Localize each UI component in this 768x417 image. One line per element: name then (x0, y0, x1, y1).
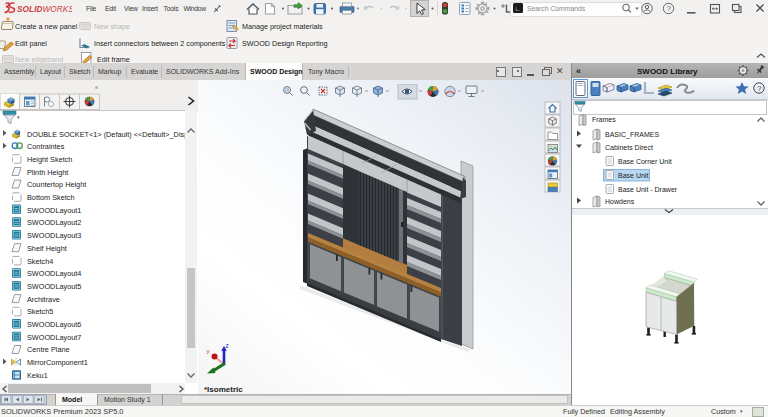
svg-text:SOLIDWORKS: SOLIDWORKS (17, 5, 72, 14)
svg-text:?: ? (757, 84, 762, 93)
svg-text:y: y (207, 348, 210, 354)
svg-text:?: ? (667, 4, 672, 13)
svg-text:z: z (226, 342, 229, 349)
